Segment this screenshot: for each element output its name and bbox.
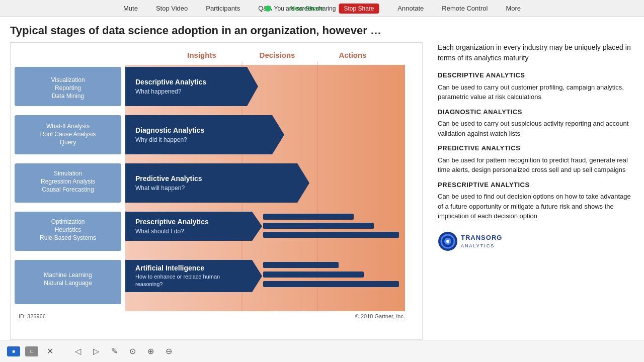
stop-video-button[interactable]: Stop Video bbox=[147, 0, 197, 17]
mute-button[interactable]: Mute bbox=[114, 0, 147, 17]
row4-bar2 bbox=[263, 223, 374, 229]
section-body-diagnostic: Can be used to carry out suspicious acti… bbox=[438, 119, 634, 138]
diagram-footer-id: ID: 326966 bbox=[19, 313, 46, 319]
row4-subtitle: What should I do? bbox=[135, 228, 184, 235]
annotate-button[interactable]: Annotate bbox=[388, 0, 433, 17]
row5-bar3 bbox=[263, 281, 399, 287]
sharing-text: You are screen sharing bbox=[274, 5, 336, 12]
row4-bar1 bbox=[263, 214, 354, 220]
col-header-actions: Actions bbox=[339, 51, 366, 59]
diagram-container: Insights Decisions Actions Visualization… bbox=[10, 42, 423, 340]
row5-bar1 bbox=[263, 262, 339, 268]
section-title-diagnostic: DIAGNOSTIC ANALYTICS bbox=[438, 107, 634, 117]
row4-label-line1: Optimization bbox=[51, 218, 85, 225]
prev-button[interactable]: ◁ bbox=[71, 345, 85, 358]
row4-bar3 bbox=[263, 232, 399, 238]
col-header-decisions: Decisions bbox=[260, 51, 295, 59]
row2-title: Diagnostic Analytics bbox=[135, 126, 204, 134]
section-title-predictive: PREDICTIVE ANALYTICS bbox=[438, 143, 634, 153]
row3-label-line2: Regression Analysis bbox=[41, 178, 95, 185]
zoom-in-button[interactable]: ⊕ bbox=[144, 345, 157, 358]
stop-share-button[interactable]: Stop Share bbox=[339, 4, 379, 14]
participants-button[interactable]: Participants bbox=[197, 0, 249, 17]
row4-title: Prescriptive Analytics bbox=[135, 218, 209, 226]
row1-subtitle: What happened? bbox=[135, 88, 182, 95]
transorg-logo: TRANSORG ANALYTICS bbox=[438, 231, 634, 251]
icon-window: □ bbox=[25, 346, 38, 356]
bottom-bar: ■ □ ✕ ◁ ▷ ✎ ⊙ ⊕ ⊖ bbox=[0, 340, 644, 362]
row2-label-line1: What-If Analysis bbox=[46, 123, 90, 130]
row1-arrow bbox=[125, 67, 258, 106]
section-body-predictive: Can be used for pattern recognition to p… bbox=[438, 155, 634, 175]
section-title-descriptive: DESCRIPTIVE ANALYTICS bbox=[438, 70, 634, 80]
right-panel: Each organization in every industry may … bbox=[433, 42, 639, 340]
row5-title: Artificial Intelligence bbox=[135, 264, 204, 272]
annotate-bottom-button[interactable]: ✎ bbox=[108, 345, 121, 358]
row1-label-line1: Visualization bbox=[51, 76, 85, 83]
logo-icon bbox=[438, 231, 458, 251]
section-title-prescriptive: PRESCRIPTIVE ANALYTICS bbox=[438, 180, 634, 190]
logo-subtext: ANALYTICS bbox=[461, 243, 502, 250]
next-button[interactable]: ▷ bbox=[90, 345, 103, 358]
camera-button[interactable]: ⊙ bbox=[126, 345, 139, 358]
diagram-svg: Insights Decisions Actions Visualization… bbox=[11, 43, 413, 324]
row4-arrow bbox=[125, 212, 262, 241]
remote-control-button[interactable]: Remote Control bbox=[433, 0, 497, 17]
diagram-footer-copyright: © 2018 Gartner, Inc. bbox=[355, 313, 405, 319]
row2-arrow bbox=[125, 115, 284, 154]
toolbar: Mute Stop Video Participants Q&A New Sha… bbox=[0, 0, 644, 17]
close-button[interactable]: ✕ bbox=[43, 345, 56, 358]
row3-arrow bbox=[125, 163, 309, 203]
row2-label-line2: Root Cause Analysis bbox=[40, 131, 96, 138]
row1-title: Descriptive Analytics bbox=[135, 78, 206, 86]
section-body-prescriptive: Can be used to find out decision options… bbox=[438, 192, 634, 221]
row5-label-line2: Natural Language bbox=[44, 280, 92, 287]
logo-name: TRANSORG bbox=[461, 233, 502, 243]
row1-label-line2: Reporting bbox=[55, 84, 81, 92]
row5-label-line1: Machine Learning bbox=[44, 272, 92, 279]
section-body-descriptive: Can be used to carry out customer profil… bbox=[438, 82, 634, 102]
row4-label-line2: Heuristics bbox=[55, 226, 82, 233]
content-area: Insights Decisions Actions Visualization… bbox=[0, 40, 644, 340]
main-content: Typical stages of data science adoption … bbox=[0, 17, 644, 362]
intro-text: Each organization in every industry may … bbox=[438, 42, 634, 63]
screen-sharing-banner: You are screen sharing Stop Share bbox=[265, 4, 379, 14]
zoom-out-button[interactable]: ⊖ bbox=[162, 345, 175, 358]
row5-subtitle-line2: reasoning? bbox=[135, 281, 163, 287]
row3-label-line1: Simulation bbox=[54, 170, 82, 177]
row3-title: Predictive Analytics bbox=[135, 174, 202, 183]
col-header-insights: Insights bbox=[187, 51, 216, 59]
row1-label-line3: Data Mining bbox=[52, 93, 84, 100]
svg-point-4 bbox=[446, 240, 449, 243]
page-title: Typical stages of data science adoption … bbox=[0, 17, 644, 40]
row5-bar2 bbox=[263, 272, 364, 278]
icon-screen: ■ bbox=[7, 346, 20, 356]
sharing-indicator bbox=[265, 6, 271, 12]
row3-subtitle: What will happen? bbox=[135, 185, 185, 192]
row5-subtitle-line1: How to enhance or replace human bbox=[135, 274, 220, 280]
row4-label-line3: Rule-Based Systems bbox=[40, 234, 96, 241]
more-button[interactable]: More bbox=[497, 0, 530, 17]
row2-subtitle: Why did it happen? bbox=[135, 136, 187, 143]
row2-label-line3: Query bbox=[60, 139, 76, 146]
row3-label-line3: Causal Forecasting bbox=[42, 186, 94, 193]
